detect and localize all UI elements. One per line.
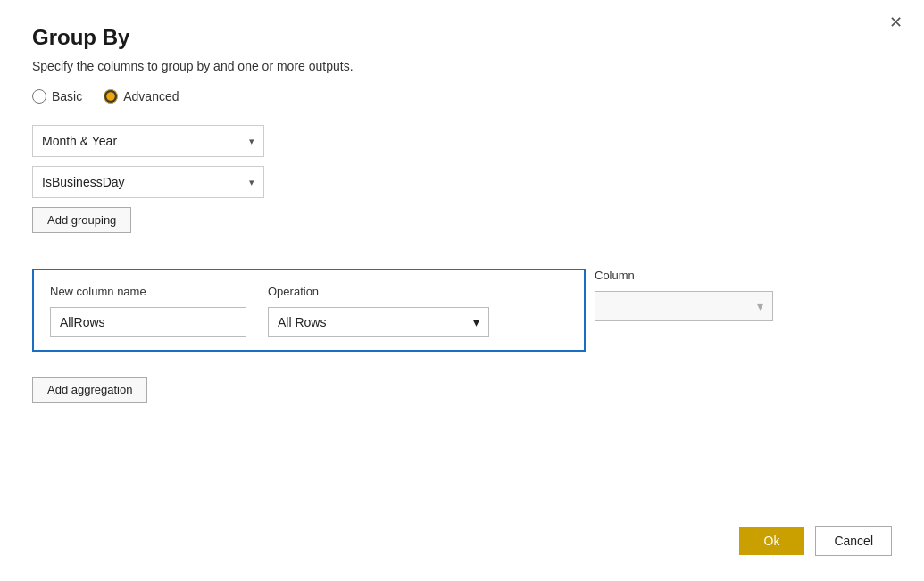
add-grouping-button[interactable]: Add grouping: [32, 207, 131, 233]
close-button[interactable]: ✕: [884, 12, 908, 32]
basic-radio[interactable]: [32, 89, 46, 104]
groupby-dropdown-2[interactable]: IsBusinessDay ▾: [32, 166, 264, 198]
chevron-down-icon-1: ▾: [249, 136, 254, 147]
dialog-title: Group By: [32, 25, 892, 50]
group-by-dialog: ✕ Group By Specify the columns to group …: [0, 0, 924, 581]
chevron-down-icon-2: ▾: [249, 177, 254, 188]
groupby-dropdown-2-value: IsBusinessDay: [42, 175, 125, 189]
grouping-section: Month & Year ▾ IsBusinessDay ▾ Add group…: [32, 125, 892, 253]
new-column-label: New column name: [50, 285, 246, 298]
radio-group: Basic Advanced: [32, 89, 892, 104]
dialog-footer: Ok Cancel: [739, 526, 892, 556]
aggregation-row: New column name Operation All Rows ▾: [50, 285, 568, 337]
advanced-radio-label[interactable]: Advanced: [104, 89, 179, 104]
column-section: Column ▾: [595, 269, 773, 321]
column-dropdown[interactable]: ▾: [595, 291, 773, 321]
aggregation-outer-row: New column name Operation All Rows ▾ Col…: [32, 269, 892, 364]
cancel-button[interactable]: Cancel: [815, 526, 892, 556]
operation-field: Operation All Rows ▾: [268, 285, 489, 337]
add-aggregation-button[interactable]: Add aggregation: [32, 377, 147, 403]
chevron-down-icon-column: ▾: [757, 299, 763, 313]
new-column-field: New column name: [50, 285, 246, 337]
chevron-down-icon-operation: ▾: [473, 315, 479, 329]
advanced-label: Advanced: [123, 89, 179, 104]
groupby-dropdown-1[interactable]: Month & Year ▾: [32, 125, 264, 157]
operation-label: Operation: [268, 285, 489, 298]
ok-button[interactable]: Ok: [739, 527, 805, 555]
operation-dropdown[interactable]: All Rows ▾: [268, 307, 489, 337]
new-column-input[interactable]: [50, 307, 246, 337]
basic-radio-label[interactable]: Basic: [32, 89, 82, 104]
operation-dropdown-value: All Rows: [278, 315, 326, 329]
advanced-radio[interactable]: [104, 89, 118, 104]
aggregation-section: New column name Operation All Rows ▾: [32, 269, 586, 352]
groupby-dropdown-1-value: Month & Year: [42, 134, 117, 148]
basic-label: Basic: [52, 89, 82, 104]
column-label: Column: [595, 269, 773, 282]
dialog-subtitle: Specify the columns to group by and one …: [32, 59, 892, 73]
